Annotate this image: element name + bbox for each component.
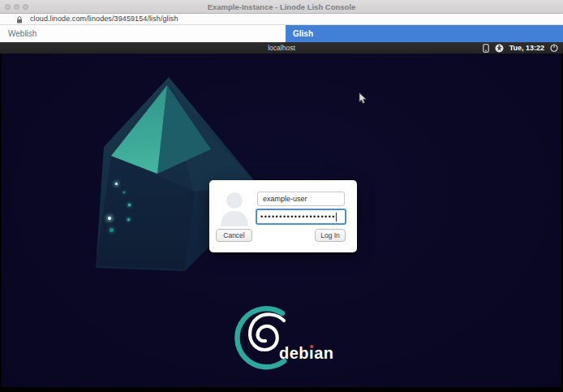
red-i-dot bbox=[310, 345, 313, 348]
mouse-cursor bbox=[359, 93, 367, 105]
url-bar[interactable]: cloud.linode.com/linodes/39459154/lish/g… bbox=[0, 14, 563, 25]
browser-window: Example-Instance - Linode Lish Console c… bbox=[0, 0, 563, 392]
lock-icon bbox=[16, 16, 23, 24]
glow-dot bbox=[115, 183, 118, 185]
login-button[interactable]: Log In bbox=[315, 229, 346, 242]
debian-wallpaper: •••••••••••••••••••• Cancel Log In deb ı… bbox=[2, 54, 561, 387]
tab-glish[interactable]: Glish bbox=[286, 25, 563, 42]
user-avatar bbox=[217, 190, 251, 227]
glow-dot bbox=[123, 192, 125, 193]
glow-dot bbox=[108, 217, 111, 220]
window-title: Example-Instance - Linode Lish Console bbox=[0, 0, 563, 14]
wordmark-part: deb bbox=[279, 344, 309, 363]
zoom-window-button[interactable] bbox=[23, 4, 28, 10]
url-text: cloud.linode.com/linodes/39459154/lish/g… bbox=[30, 14, 178, 24]
close-window-button[interactable] bbox=[5, 4, 11, 10]
cancel-button[interactable]: Cancel bbox=[216, 229, 252, 242]
password-input[interactable]: •••••••••••••••••••• bbox=[256, 209, 346, 225]
minimize-window-button[interactable] bbox=[14, 4, 19, 10]
wordmark-part: an bbox=[314, 344, 333, 363]
glish-screen: •••••••••••••••••••• Cancel Log In deb ı… bbox=[0, 54, 563, 392]
accessibility-icon[interactable] bbox=[495, 44, 504, 53]
tablet-icon[interactable] bbox=[483, 44, 489, 53]
gnome-top-bar: localhost Tue, 13:22 bbox=[0, 42, 563, 54]
glow-dot bbox=[127, 218, 130, 221]
clock-label[interactable]: Tue, 13:22 bbox=[509, 44, 544, 52]
tab-weblish[interactable]: Weblish bbox=[0, 25, 286, 42]
power-icon[interactable] bbox=[550, 44, 558, 52]
password-masked-text: •••••••••••••••••••• bbox=[260, 213, 336, 221]
wordmark-i: ı bbox=[309, 344, 314, 363]
login-dialog: •••••••••••••••••••• Cancel Log In bbox=[209, 180, 357, 252]
console-tab-row: Weblish Glish bbox=[0, 25, 563, 42]
window-titlebar: Example-Instance - Linode Lish Console bbox=[0, 0, 563, 14]
text-caret bbox=[336, 213, 337, 222]
hostname-label: localhost bbox=[0, 42, 563, 54]
debian-wordmark: deb ı an bbox=[279, 344, 333, 363]
glow-dot bbox=[128, 204, 131, 206]
top-bar-system-menu[interactable]: Tue, 13:22 bbox=[483, 42, 558, 54]
glow-dot bbox=[110, 228, 114, 232]
username-input[interactable] bbox=[257, 192, 345, 206]
debian-swirl-icon bbox=[232, 304, 302, 374]
